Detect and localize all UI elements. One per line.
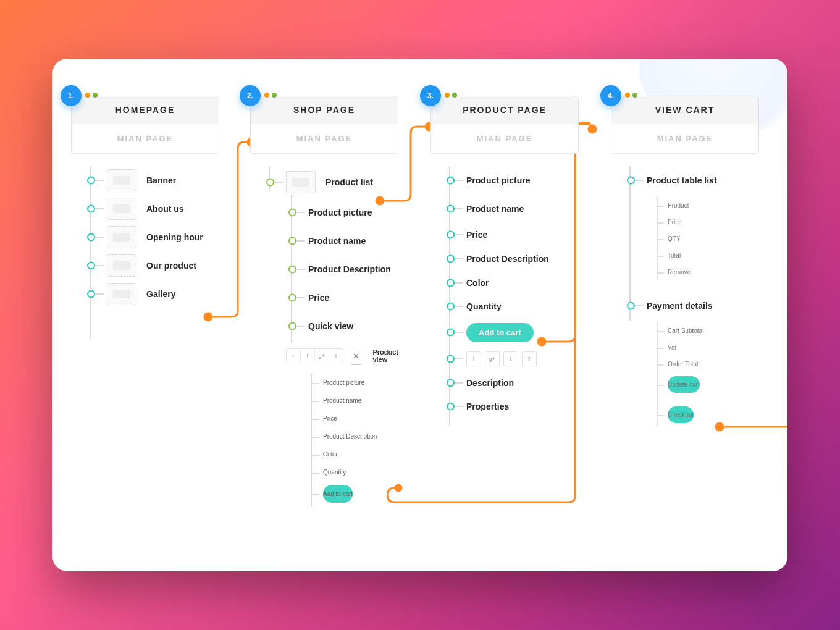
step-badge: 4.	[600, 85, 621, 106]
item-label: Product Description	[466, 254, 549, 264]
column-product: 3. PRODUCT PAGE MIAN PAGE Product pictur…	[430, 96, 579, 418]
share-icon[interactable]: ⇪	[522, 351, 537, 366]
card-title: VIEW CART	[611, 96, 758, 124]
item-description[interactable]: Description	[430, 371, 579, 395]
card-subtitle: MIAN PAGE	[251, 124, 398, 153]
twitter-icon[interactable]: t	[329, 349, 343, 363]
item-add-to-cart: Add to cart	[430, 318, 579, 346]
checkout-button[interactable]: Checkout	[668, 406, 694, 423]
card-subtitle: MIAN PAGE	[431, 124, 578, 153]
card-subtitle: MIAN PAGE	[611, 124, 758, 153]
add-to-cart-button[interactable]: Add to cart	[466, 323, 534, 342]
item-label: Banner	[146, 175, 176, 185]
section-payment[interactable]: Payment details	[611, 292, 759, 320]
col-total: Total	[668, 247, 759, 264]
card-product[interactable]: 3. PRODUCT PAGE MIAN PAGE	[430, 96, 579, 154]
section-product-table[interactable]: Product table list	[611, 166, 759, 195]
item-our-product[interactable]: Our product	[71, 251, 219, 280]
qv-item: Product name	[323, 392, 398, 410]
column-cart: 4. VIEW CART MIAN PAGE Product table lis…	[611, 96, 759, 427]
step-badge: 3.	[420, 85, 441, 106]
thumb-icon	[107, 283, 136, 305]
header-dots	[264, 93, 277, 98]
twitter-icon[interactable]: t	[503, 351, 518, 366]
column-homepage: 1. HOMEPAGE MIAN PAGE Banner About us Op…	[71, 96, 219, 308]
item-color[interactable]: Color	[430, 271, 579, 295]
item-product-name[interactable]: Product name	[430, 195, 579, 223]
item-label: Product picture	[308, 208, 372, 217]
qv-item: Product Description	[323, 427, 398, 445]
item-label: Opening hour	[146, 232, 203, 242]
item-product-picture[interactable]: Product picture	[430, 166, 579, 195]
section-label: Product table list	[647, 175, 717, 185]
quickview-tree: Product picture Product name Price Produ…	[311, 374, 398, 506]
item-price[interactable]: Price	[430, 223, 579, 246]
item-label: Quantity	[466, 301, 502, 311]
item-label: Properties	[466, 401, 509, 411]
item-product-desc[interactable]: Product Description	[272, 255, 398, 284]
item-quick-view[interactable]: Quick view	[272, 312, 398, 340]
thumb-icon	[286, 171, 316, 193]
item-product-list[interactable]: Product list	[250, 166, 398, 198]
item-quantity[interactable]: Quantity	[430, 295, 579, 318]
close-icon[interactable]: ✕	[351, 346, 361, 365]
item-label: Description	[466, 378, 514, 388]
card-title: SHOP PAGE	[251, 96, 398, 124]
update-cart-button[interactable]: Update cart	[668, 376, 700, 393]
item-product-desc[interactable]: Product Description	[430, 246, 579, 271]
header-dots	[85, 93, 98, 98]
item-properties[interactable]: Properties	[430, 395, 579, 418]
quickview-block: ‹ f g+ t ✕ Product view Product picture …	[286, 346, 398, 506]
card-subtitle: MIAN PAGE	[72, 124, 219, 153]
qv-item: Product picture	[323, 374, 398, 392]
cart-list: Product table list Product Price QTY Tot…	[611, 166, 759, 427]
google-plus-icon[interactable]: g+	[485, 351, 500, 366]
card-title: PRODUCT PAGE	[431, 96, 578, 124]
item-banner[interactable]: Banner	[71, 166, 219, 195]
chevron-left-icon[interactable]: ‹	[287, 349, 301, 363]
card-shop[interactable]: 2. SHOP PAGE MIAN PAGE	[250, 96, 398, 154]
quickview-title: Product view	[372, 348, 398, 363]
card-homepage[interactable]: 1. HOMEPAGE MIAN PAGE	[71, 96, 219, 154]
item-about[interactable]: About us	[71, 195, 219, 223]
thumb-icon	[107, 226, 136, 248]
payment-details: Cart Subtotal Vat Order Total Update car…	[657, 322, 759, 427]
header-dots	[625, 93, 637, 98]
item-label: Product name	[308, 236, 366, 246]
item-hours[interactable]: Opening hour	[71, 223, 219, 251]
item-product-picture[interactable]: Product picture	[272, 198, 398, 227]
add-to-cart-button[interactable]: Add to cart	[323, 485, 353, 503]
item-label: Product Description	[308, 264, 391, 274]
col-qty: QTY	[668, 230, 759, 247]
section-label: Payment details	[647, 301, 713, 311]
column-shop: 2. SHOP PAGE MIAN PAGE Product list Prod…	[250, 96, 398, 506]
col-product: Product	[668, 197, 759, 214]
col-price: Price	[668, 214, 759, 230]
pay-order-total: Order Total	[668, 356, 759, 372]
item-label: Price	[466, 230, 487, 240]
facebook-icon[interactable]: f	[466, 351, 481, 366]
item-label: Gallery	[146, 289, 175, 299]
svg-point-6	[589, 125, 596, 133]
step-badge: 2.	[240, 85, 261, 106]
pay-subtotal: Cart Subtotal	[668, 322, 759, 339]
card-title: HOMEPAGE	[72, 96, 219, 124]
google-plus-icon[interactable]: g+	[315, 349, 329, 363]
qv-item: Quantity	[323, 463, 398, 481]
item-product-name[interactable]: Product name	[272, 227, 398, 255]
step-badge: 1.	[61, 85, 82, 106]
homepage-list: Banner About us Opening hour Our product…	[71, 166, 219, 308]
header-dots	[445, 93, 457, 98]
item-label: Quick view	[308, 321, 353, 331]
item-socials: f g+ t ⇪	[430, 346, 579, 371]
product-list: Product picture Product name Price Produ…	[430, 166, 579, 418]
card-cart[interactable]: 4. VIEW CART MIAN PAGE	[611, 96, 759, 154]
facebook-icon[interactable]: f	[301, 349, 315, 363]
col-remove: Remove	[668, 264, 759, 280]
item-label: Product picture	[466, 175, 530, 185]
item-price[interactable]: Price	[272, 284, 398, 312]
item-gallery[interactable]: Gallery	[71, 280, 219, 308]
item-label: Price	[308, 293, 329, 303]
item-label: Product name	[466, 204, 524, 214]
shop-list: Product list Product picture Product nam…	[250, 166, 398, 506]
